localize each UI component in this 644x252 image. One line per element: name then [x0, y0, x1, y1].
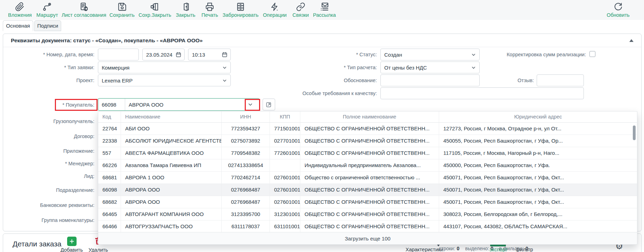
toolbar-item-label: Связки — [293, 12, 309, 18]
column-header-fullname[interactable]: Полное наименование — [300, 111, 439, 122]
cell-inn: 0276968487 — [222, 196, 270, 208]
time-input[interactable]: 10:13 — [188, 49, 231, 60]
table-row[interactable]: 22764 АБИ ООО 7723594327 771501001 ОБЩЕС… — [98, 123, 637, 135]
justification-input[interactable] — [380, 74, 480, 86]
column-header-code[interactable]: Код — [98, 111, 121, 122]
request-type-select[interactable]: Коммерция — [98, 62, 231, 73]
save-icon — [117, 2, 127, 12]
mailing-button[interactable]: Рассылка — [313, 2, 336, 18]
calc-type-select[interactable]: От цены без НДС — [380, 62, 480, 73]
buyer-name-value: АВРОРА ООО — [125, 102, 247, 108]
toolbar-item-label: Сохр.Закрыть — [138, 12, 171, 18]
table-row-selected[interactable]: 66098 АВРОРА ООО 0276968487 027601001 ОБ… — [98, 184, 637, 196]
cell-kpp: 027601001 — [270, 184, 300, 196]
filter-button[interactable]: фильтр — [516, 247, 533, 252]
approval-sheet-button[interactable]: Лист согласования — [62, 2, 106, 18]
toolbar-item-label: Вложения — [8, 12, 32, 18]
column-header-kpp[interactable]: КПП — [270, 111, 300, 122]
buyer-combo-input[interactable]: 66098 АВРОРА ООО — [98, 98, 259, 111]
route-button[interactable]: Маршрут — [36, 2, 58, 18]
cell-address: 450071, Россия, Респ Башкортостан, г Уфа… — [439, 184, 637, 196]
approval-sheet-icon — [79, 2, 89, 12]
characteristics-button[interactable]: Характеристики — [406, 247, 443, 252]
open-reference-button[interactable] — [263, 99, 275, 110]
chevron-down-icon — [471, 52, 477, 58]
panel-title: Реквизиты документа: статус - «Создан», … — [11, 37, 203, 44]
table-row[interactable]: 66465 АВТОГАРАНТ КОМПАНИЯ ООО 3123395700… — [98, 208, 637, 221]
tab-label: Подписи — [37, 23, 58, 29]
operations-button[interactable]: Операции — [263, 2, 287, 18]
grid-counters: строки: 0 выделено: 0 в фильтре: 0 — [439, 245, 528, 252]
toolbar-item-label: Сохранить — [109, 12, 135, 18]
project-label: Проект: — [76, 78, 94, 84]
cell-code: 68681 — [98, 172, 121, 183]
project-select[interactable]: Lexema ERP — [98, 74, 231, 86]
cell-fullname: ОБЩЕСТВО С ОГРАНИЧЕННОЙ ОТВЕТСТВЕНН... — [300, 184, 439, 196]
review-label: Отзыв: — [517, 78, 534, 84]
load-more-label: Загрузить еще 100 — [345, 236, 391, 242]
table-row[interactable]: 557 АВЕСТА ФАРМАЦЕВТИКА ООО 7709548382 7… — [98, 147, 637, 159]
add-row-button[interactable] — [67, 237, 77, 246]
table-row[interactable]: 22338 АБСОЛЮТ ЮРИДИЧЕСКОЕ АГЕНТСТВО ... … — [98, 135, 637, 147]
table-row[interactable]: 68682 АВРОРА ООО 0276968487 027601001 ОБ… — [98, 196, 637, 208]
special-requirements-label: Особые требования к качеству: — [302, 91, 377, 96]
load-more-button[interactable]: Загрузить еще 100 — [98, 232, 637, 244]
cell-name: АВЕСТА ФАРМАЦЕВТИКА ООО — [121, 147, 222, 159]
dropdown-scrollbar[interactable] — [633, 125, 636, 140]
save-button[interactable]: Сохранить — [109, 2, 135, 18]
special-requirements-input[interactable] — [380, 87, 584, 99]
table-row[interactable]: 66466 АВТОГРУЗЗАПЧАСТЬ ООО 6311178037 63… — [98, 221, 637, 233]
cell-inn: 6311178037 — [222, 221, 270, 232]
correction-checkbox[interactable] — [589, 51, 595, 57]
buyer-code-value: 66098 — [98, 102, 125, 108]
tab-main[interactable]: Основная — [3, 20, 33, 31]
save-close-button[interactable]: Сохр.Закрыть — [138, 2, 171, 18]
table-row[interactable]: 66226 Авзалова Тамара Гивиевна ИП 027413… — [98, 159, 637, 172]
reserve-button[interactable]: Забронировать — [223, 2, 259, 18]
route-icon — [42, 2, 52, 12]
lightning-icon — [270, 2, 279, 12]
cell-address: 450000, Россия, Респ Башкортостан, г Уфа… — [439, 159, 637, 171]
cell-address: 450071, Россия, Респ Башкортостан, г Уфа… — [439, 196, 637, 208]
bank-details-label: Банковские реквизиты: — [40, 202, 94, 208]
date-value: 23.05.2024 — [146, 52, 172, 58]
links-button[interactable]: Связки — [293, 2, 309, 18]
cell-kpp: 027601001 — [270, 196, 300, 208]
close-button[interactable]: Закрыть — [176, 2, 195, 18]
cell-name: Авзалова Тамара Гивиевна ИП — [121, 159, 222, 171]
column-header-inn[interactable]: ИНН — [222, 111, 270, 122]
print-button[interactable]: Печать — [201, 2, 218, 18]
attachments-button[interactable]: Вложения — [8, 2, 32, 18]
lead-label: Лид: — [84, 173, 94, 179]
review-input[interactable] — [537, 74, 584, 86]
column-header-address[interactable]: Юридический адрес — [439, 111, 637, 122]
table-row[interactable]: 68681 АВРОРА 1 ООО 7702462714 027601001 … — [98, 172, 637, 184]
export-button[interactable]: экспорт — [489, 247, 507, 252]
cell-inn: 0276968487 — [222, 184, 270, 196]
chevron-down-icon[interactable] — [247, 101, 253, 108]
cell-fullname: ОБЩЕСТВО С ОГРАНИЧЕННОЙ ОТВЕТСТВЕНН... — [300, 208, 439, 220]
chevron-down-icon — [222, 65, 228, 71]
table-header-row: Код Наименование ИНН КПП Полное наименов… — [98, 111, 637, 123]
tab-label: Основная — [6, 23, 30, 29]
status-value: Создан — [384, 52, 402, 58]
refresh-button[interactable]: Обновить — [607, 2, 630, 18]
cell-fullname: Общество с ограниченной ответственностью… — [300, 172, 439, 183]
department-label: Подразделение: — [56, 187, 94, 193]
cell-kpp: 631101001 — [270, 221, 300, 232]
external-link-icon — [265, 101, 272, 108]
column-header-name[interactable]: Наименование — [121, 111, 222, 122]
collapse-panel-icon[interactable] — [629, 39, 634, 42]
rows-count-value: 0 — [457, 246, 459, 251]
status-select[interactable]: Создан — [380, 49, 480, 60]
cell-address: 450071, Россия, Респ Башкортостан, г Уфа… — [439, 172, 637, 183]
number-input[interactable] — [98, 49, 139, 60]
filter-label: фильтр — [516, 247, 533, 252]
tab-signatures[interactable]: Подписи — [34, 20, 61, 31]
request-type-value: Коммерция — [102, 65, 129, 71]
cell-address: 117105, Россия, г Москва, Нагорный р-н, … — [439, 147, 637, 159]
cell-code: 66226 — [98, 159, 121, 171]
date-input[interactable]: 23.05.2024 — [142, 49, 185, 60]
number-date-time-label: * Номер, дата, время: — [43, 52, 94, 58]
calendar-icon — [176, 52, 181, 58]
